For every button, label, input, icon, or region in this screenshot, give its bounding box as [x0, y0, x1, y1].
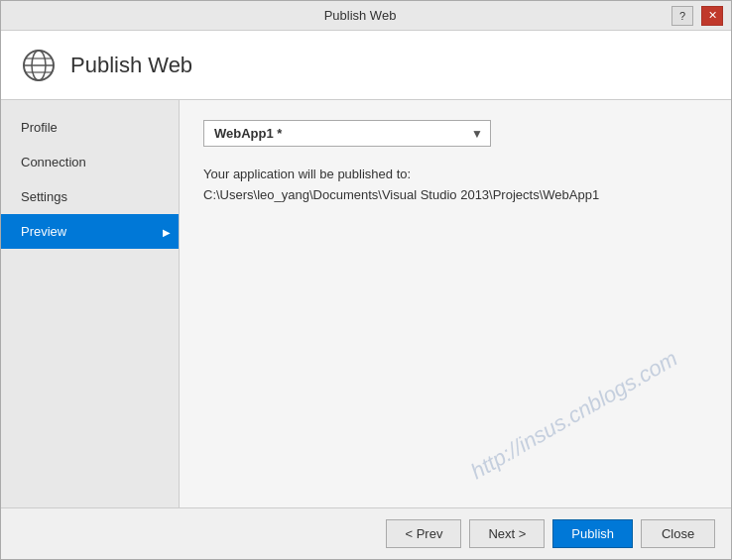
- title-bar: Publish Web ? ✕: [1, 1, 731, 31]
- dialog-title: Publish Web: [49, 8, 671, 23]
- title-bar-buttons: ? ✕: [671, 6, 723, 26]
- close-button[interactable]: Close: [641, 519, 715, 548]
- next-button[interactable]: Next >: [469, 519, 545, 548]
- dialog-header: Publish Web: [1, 31, 731, 100]
- publish-info-label: Your application will be published to:: [203, 167, 707, 181]
- dialog-footer: < Prev Next > Publish Close: [1, 507, 731, 559]
- nav-item-connection[interactable]: Connection: [1, 145, 179, 179]
- close-title-button[interactable]: ✕: [701, 6, 723, 26]
- nav-item-preview[interactable]: Preview: [1, 214, 179, 249]
- nav-item-profile[interactable]: Profile: [1, 110, 179, 145]
- profile-dropdown-wrapper: WebApp1 * ▼: [203, 120, 491, 147]
- header-title: Publish Web: [70, 53, 192, 78]
- publish-web-dialog: Publish Web ? ✕ Publish Web Profile Conn…: [0, 0, 732, 560]
- dialog-content: Profile Connection Settings Preview WebA…: [1, 100, 731, 507]
- publish-path: C:\Users\leo_yang\Documents\Visual Studi…: [203, 187, 707, 202]
- prev-button[interactable]: < Prev: [386, 519, 461, 548]
- nav-item-settings[interactable]: Settings: [1, 179, 179, 214]
- publish-button[interactable]: Publish: [552, 519, 633, 548]
- help-button[interactable]: ?: [671, 6, 693, 26]
- globe-icon: [21, 48, 57, 83]
- watermark: http://insus.cnblogs.com: [466, 346, 681, 486]
- profile-dropdown[interactable]: WebApp1 *: [203, 120, 491, 147]
- left-nav: Profile Connection Settings Preview: [1, 100, 180, 507]
- publish-info-section: Your application will be published to: C…: [203, 167, 707, 202]
- right-content: WebApp1 * ▼ Your application will be pub…: [180, 100, 731, 507]
